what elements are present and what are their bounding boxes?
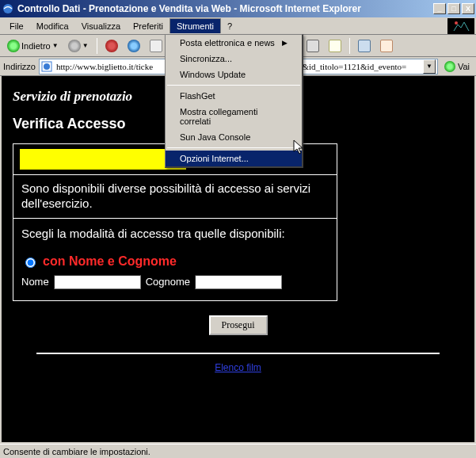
back-label: Indietro [21, 41, 51, 51]
menu-separator [167, 85, 300, 86]
menu-item-posta[interactable]: Posta elettronica e news▶ [166, 35, 302, 51]
menu-visualizza[interactable]: Visualizza [75, 19, 127, 33]
menu-file[interactable]: File [3, 19, 30, 33]
menu-help[interactable]: ? [221, 19, 238, 33]
go-label: Vai [458, 62, 470, 71]
generic-icon [358, 40, 371, 52]
go-button[interactable]: Vai [441, 61, 473, 72]
address-dropdown-button[interactable]: ▼ [423, 59, 436, 74]
svg-point-4 [44, 63, 50, 70]
menu-strumenti[interactable]: Strumenti [169, 18, 221, 33]
status-bar: Consente di cambiare le impostazioni. [0, 444, 476, 458]
menubar: File Modifica Visualizza Preferiti Strum… [0, 17, 476, 35]
chevron-down-icon: ▼ [52, 42, 59, 49]
separator [349, 38, 350, 54]
strumenti-dropdown: Posta elettronica e news▶ Sincronizza...… [165, 34, 303, 168]
status-text: Consente di cambiare le impostazioni. [3, 447, 150, 456]
choose-text: Scegli la modalità di accesso tra quelle… [21, 227, 329, 240]
extra-button-1[interactable] [354, 37, 375, 55]
close-button[interactable]: X [462, 3, 474, 14]
menu-separator [167, 147, 300, 148]
prosegui-button[interactable]: Prosegui [209, 315, 268, 335]
back-button[interactable]: Indietro ▼ [3, 37, 63, 55]
nome-label: Nome [21, 276, 49, 288]
menu-preferiti[interactable]: Preferiti [127, 19, 169, 33]
address-input-left[interactable] [55, 61, 173, 72]
home-button[interactable] [146, 37, 166, 55]
refresh-button[interactable] [124, 37, 144, 55]
menu-item-opzioni-internet[interactable]: Opzioni Internet... [166, 151, 302, 166]
generic-icon [380, 40, 393, 52]
print-icon [307, 40, 319, 52]
window-titlebar: Controllo Dati - Prenotazione e Vendita … [0, 0, 476, 17]
menu-modifica[interactable]: Modifica [30, 19, 75, 33]
extra-button-2[interactable] [376, 37, 397, 55]
window-title: Controllo Dati - Prenotazione e Vendita … [17, 3, 433, 14]
highlight-bar [20, 149, 186, 170]
edit-button[interactable] [325, 37, 345, 55]
cognome-label: Cognome [146, 276, 190, 288]
home-icon [150, 40, 162, 52]
page-icon [41, 61, 52, 72]
radio-nome-cognome[interactable] [25, 258, 36, 268]
minimize-button[interactable]: _ [433, 3, 446, 14]
menu-item-sincronizza[interactable]: Sincronizza... [166, 51, 302, 67]
divider [36, 353, 440, 354]
refresh-icon [128, 40, 140, 52]
separator [97, 38, 97, 54]
go-icon [444, 61, 455, 72]
address-input-right[interactable] [296, 61, 423, 72]
back-arrow-icon [7, 40, 20, 52]
menu-item-windows-update[interactable]: Windows Update [166, 67, 302, 82]
menu-item-sun-java[interactable]: Sun Java Console [166, 129, 302, 145]
print-button[interactable] [303, 37, 323, 55]
radio-label: con Nome e Cognome [43, 254, 177, 269]
elenco-film-link[interactable]: Elenco film [215, 362, 261, 373]
cognome-input[interactable] [195, 275, 282, 289]
forward-button[interactable]: ▼ [64, 37, 93, 55]
maximize-button[interactable]: □ [447, 3, 460, 14]
chevron-down-icon: ▼ [82, 42, 89, 49]
stop-icon [105, 40, 118, 52]
svg-point-2 [455, 21, 458, 25]
menu-item-collegamenti[interactable]: Mostra collegamenti correlati [166, 104, 302, 129]
svg-rect-1 [452, 20, 470, 32]
nome-input[interactable] [54, 275, 141, 289]
forward-arrow-icon [68, 40, 81, 52]
menu-item-flashget[interactable]: FlashGet [166, 88, 302, 104]
stop-button[interactable] [101, 37, 122, 55]
ie-icon [2, 2, 14, 15]
address-label: Indirizzo [3, 62, 36, 71]
ie-throbber-icon [447, 18, 474, 34]
availability-text: Sono disponibili diverse possibilità di … [13, 175, 337, 219]
submenu-arrow-icon: ▶ [282, 39, 288, 47]
edit-icon [329, 40, 341, 52]
